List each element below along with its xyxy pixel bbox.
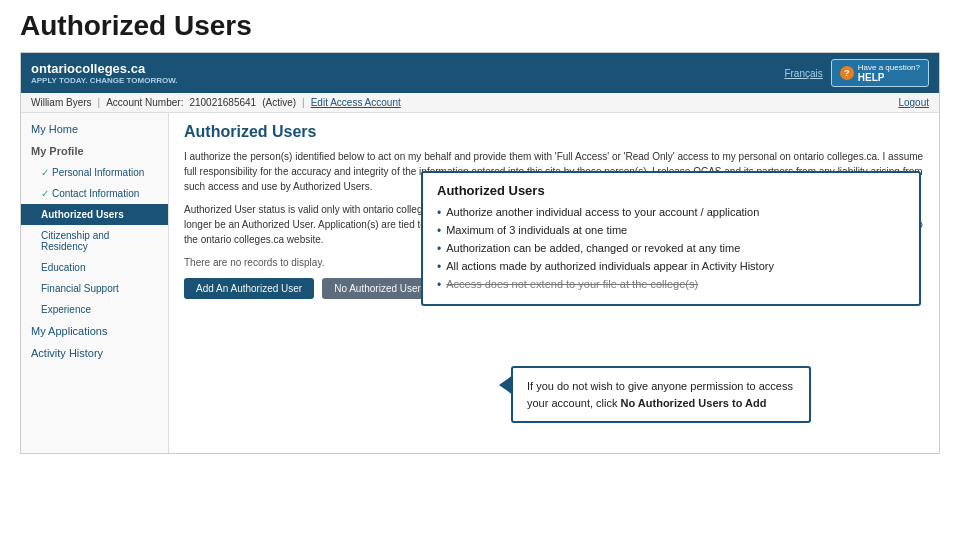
check-icon: ✓ — [41, 167, 49, 178]
top-nav-right: Français ? Have a question? HELP — [784, 59, 929, 87]
callout-item-2: Maximum of 3 individuals at one time — [437, 222, 905, 240]
callout2-bold-text: No Authorized Users to Add — [621, 397, 767, 409]
check-icon-2: ✓ — [41, 188, 49, 199]
question-icon: ? — [840, 66, 854, 80]
logout-button[interactable]: Logout — [898, 97, 929, 108]
account-label: Account Number: — [106, 97, 183, 108]
sidebar-item-activity-history[interactable]: Activity History — [21, 342, 168, 364]
user-bar: William Byers | Account Number: 21002168… — [21, 93, 939, 113]
sidebar-item-authorized-users[interactable]: Authorized Users — [21, 204, 168, 225]
sidebar: My Home My Profile ✓Personal Information… — [21, 113, 169, 453]
callout-item-4: All actions made by authorized individua… — [437, 258, 905, 276]
account-status: (Active) — [262, 97, 296, 108]
sidebar-item-my-home[interactable]: My Home — [21, 118, 168, 140]
help-label: Have a question? HELP — [858, 63, 920, 83]
content-title: Authorized Users — [184, 123, 924, 141]
logo: ontariocolleges.ca APPLY TODAY. CHANGE T… — [31, 61, 178, 85]
francais-link[interactable]: Français — [784, 68, 822, 79]
sidebar-item-experience[interactable]: Experience — [21, 299, 168, 320]
tagline: APPLY TODAY. CHANGE TOMORROW. — [31, 76, 178, 85]
account-number: 210021685641 — [189, 97, 256, 108]
callout-item-1: Authorize another individual access to y… — [437, 204, 905, 222]
sidebar-item-financial-support[interactable]: Financial Support — [21, 278, 168, 299]
sidebar-item-contact-info[interactable]: ✓Contact Information — [21, 183, 168, 204]
sidebar-item-citizenship[interactable]: Citizenship and Residency — [21, 225, 168, 257]
page-title: Authorized Users — [20, 10, 940, 42]
user-name: William Byers — [31, 97, 92, 108]
edit-access-link[interactable]: Edit Access Account — [311, 97, 401, 108]
callout-item-3: Authorization can be added, changed or r… — [437, 240, 905, 258]
callout-item-5: Access does not extend to your file at t… — [437, 276, 905, 294]
callout-list: Authorize another individual access to y… — [437, 204, 905, 294]
add-authorized-user-button[interactable]: Add An Authorized User — [184, 278, 314, 299]
callout-title: Authorized Users — [437, 183, 905, 198]
sidebar-item-my-applications[interactable]: My Applications — [21, 320, 168, 342]
sidebar-item-education[interactable]: Education — [21, 257, 168, 278]
callout2-arrow — [499, 375, 513, 395]
site-name: ontariocolleges.ca — [31, 61, 178, 76]
permission-callout: If you do not wish to give anyone permis… — [511, 366, 811, 423]
authorized-users-callout: Authorized Users Authorize another indiv… — [421, 171, 921, 306]
help-button[interactable]: ? Have a question? HELP — [831, 59, 929, 87]
sidebar-item-personal-info[interactable]: ✓Personal Information — [21, 162, 168, 183]
top-nav-bar: ontariocolleges.ca APPLY TODAY. CHANGE T… — [21, 53, 939, 93]
sidebar-section-profile: My Profile — [21, 140, 168, 162]
